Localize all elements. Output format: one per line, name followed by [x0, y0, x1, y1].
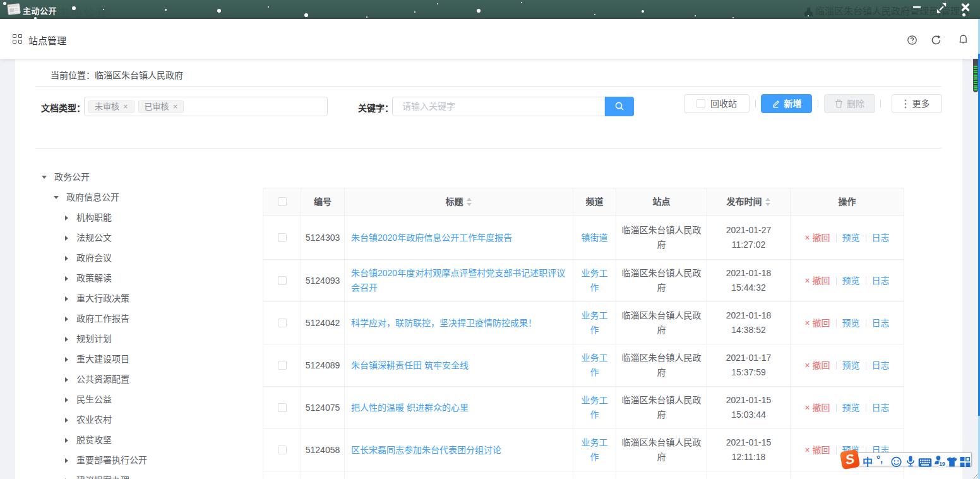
svg-text:19: 19	[939, 461, 945, 467]
